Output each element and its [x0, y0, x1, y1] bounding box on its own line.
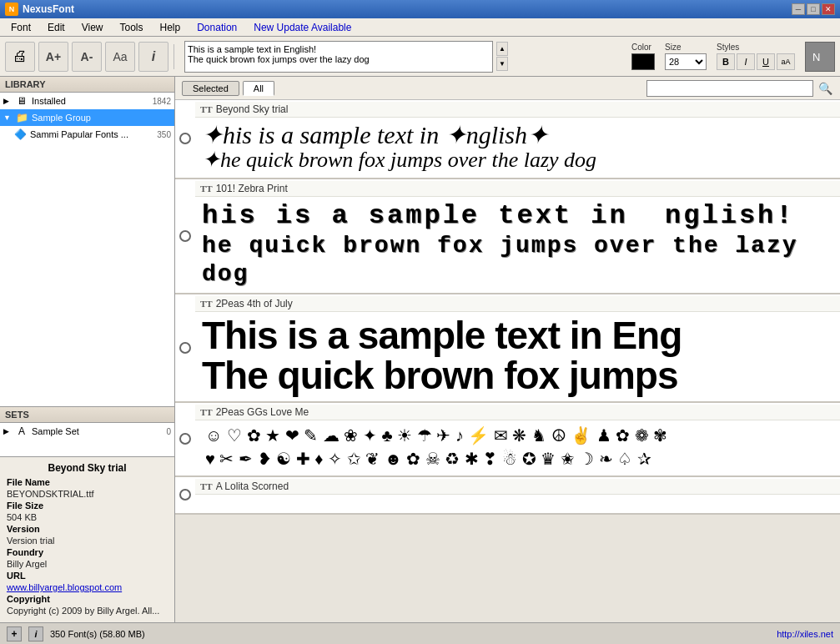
- bold-button[interactable]: B: [717, 53, 735, 70]
- sample-text-input[interactable]: This is a sample text in English! The qu…: [184, 41, 493, 73]
- font-view-button[interactable]: Aa: [105, 42, 135, 72]
- menu-help[interactable]: Help: [153, 19, 189, 36]
- sample-set-icon: A: [15, 425, 28, 438]
- symbols-row-1-ggsloveme: ☺ ♡ ✿ ★ ❤ ✎ ☁ ❀ ✦ ♣ ☀ ☂ ✈ ♪ ⚡ ✉ ❋ ♞ ☮ ✌ …: [202, 424, 833, 447]
- status-url[interactable]: http://xiles.net: [777, 629, 833, 639]
- version-key: Version: [7, 524, 40, 534]
- preview-line2-zebra: he quick brown fox jumps over the lazy d…: [202, 232, 833, 288]
- radio-circle-lolita[interactable]: [179, 489, 191, 501]
- print-button[interactable]: 🖨: [5, 42, 35, 72]
- preview-line1-4thofjuly: This is a sample text in Eng: [202, 315, 833, 355]
- sample-text-scroll: ▲ ▼: [496, 42, 508, 71]
- installed-icon: 🖥: [15, 94, 28, 108]
- font-entry-beyond-sky: TT Beyond Sky trial ✦his is a sample tex…: [175, 100, 840, 179]
- underline-button[interactable]: U: [757, 53, 775, 70]
- nexusfont-logo-button[interactable]: N: [805, 42, 835, 72]
- file-name-val: BEYONDSKTRIAL.ttf: [7, 489, 94, 499]
- menu-tools[interactable]: Tools: [113, 19, 151, 36]
- size-select[interactable]: 28 8101214 16182024 3236486072: [665, 53, 707, 70]
- styles-label: Styles: [717, 43, 739, 52]
- font-radio-zebra[interactable]: [175, 179, 195, 294]
- tree-item-sample-set[interactable]: ▶ A Sample Set 0: [0, 423, 174, 440]
- radio-circle-beyond-sky[interactable]: [179, 133, 191, 144]
- font-preview-ggsloveme: ☺ ♡ ✿ ★ ❤ ✎ ☁ ❀ ✦ ♣ ☀ ☂ ✈ ♪ ⚡ ✉ ❋ ♞ ☮ ✌ …: [195, 420, 840, 474]
- minimize-button[interactable]: ─: [792, 3, 805, 15]
- svg-text:N: N: [812, 51, 820, 63]
- font-content-ggsloveme: TT 2Peas GGs Love Me ☺ ♡ ✿ ★ ❤ ✎ ☁ ❀ ✦ ♣…: [195, 403, 840, 475]
- status-add-button[interactable]: +: [7, 626, 22, 641]
- sammi-label: Sammi Papular Fonts ...: [30, 129, 153, 139]
- size-section: Size 28 8101214 16182024 3236486072: [665, 43, 707, 70]
- color-picker[interactable]: [631, 53, 655, 70]
- font-content-beyond-sky: TT Beyond Sky trial ✦his is a sample tex…: [195, 100, 840, 178]
- version-val: Version trial: [7, 536, 54, 546]
- font-content-4thofjuly: TT 2Peas 4th of July This is a sample te…: [195, 294, 840, 401]
- font-radio-beyond-sky[interactable]: [175, 100, 195, 178]
- font-name-lolita[interactable]: A Lolita Scorned: [216, 480, 289, 492]
- aa-button[interactable]: aA: [777, 53, 795, 70]
- menu-view[interactable]: View: [74, 19, 111, 36]
- status-info-button[interactable]: i: [28, 626, 43, 641]
- font-view-icon: Aa: [113, 50, 127, 63]
- font-header-beyond-sky: TT Beyond Sky trial: [195, 102, 840, 118]
- radio-circle-zebra[interactable]: [179, 230, 191, 242]
- font-name-beyond-sky[interactable]: Beyond Sky trial: [216, 103, 289, 115]
- preview-line2-beyond-sky: ✦he quick brown fox jumps over the lazy …: [202, 148, 833, 173]
- italic-button[interactable]: I: [737, 53, 755, 70]
- installed-count: 1842: [153, 97, 171, 106]
- menu-donation[interactable]: Donation: [189, 19, 244, 36]
- app-icon: N: [5, 3, 18, 16]
- font-radio-ggsloveme[interactable]: [175, 403, 195, 475]
- search-icon: 🔍: [818, 82, 832, 95]
- tab-all[interactable]: All: [243, 81, 274, 96]
- menu-bar: Font Edit View Tools Help Donation New U…: [0, 18, 840, 37]
- expand-sample-group-icon: ▼: [3, 113, 12, 122]
- font-name-zebra[interactable]: 101! Zebra Print: [216, 183, 288, 194]
- font-name-ggsloveme[interactable]: 2Peas GGs Love Me: [216, 406, 309, 418]
- expand-sample-set-icon: ▶: [3, 427, 12, 435]
- menu-font[interactable]: Font: [3, 19, 38, 36]
- tab-selected[interactable]: Selected: [182, 81, 239, 96]
- color-label: Color: [631, 43, 651, 52]
- url-key: URL: [7, 571, 26, 581]
- search-input[interactable]: [646, 80, 813, 97]
- installed-label: Installed: [32, 96, 149, 106]
- font-entry-4thofjuly: TT 2Peas 4th of July This is a sample te…: [175, 294, 840, 403]
- menu-edit[interactable]: Edit: [40, 19, 73, 36]
- close-button[interactable]: ✕: [822, 3, 835, 15]
- status-bar: + i 350 Font(s) (58.80 MB) http://xiles.…: [0, 622, 840, 644]
- radio-circle-4thofjuly[interactable]: [179, 342, 191, 354]
- nexusfont-logo-icon: N: [810, 47, 830, 67]
- print-icon: 🖨: [13, 48, 28, 65]
- font-header-zebra: TT 101! Zebra Print: [195, 181, 840, 197]
- scroll-up-button[interactable]: ▲: [496, 42, 508, 56]
- tree-item-sammi[interactable]: 🔷 Sammi Papular Fonts ... 350: [0, 126, 174, 143]
- tree-item-installed[interactable]: ▶ 🖥 Installed 1842: [0, 93, 174, 109]
- font-radio-4thofjuly[interactable]: [175, 294, 195, 401]
- sample-set-count: 0: [166, 427, 171, 436]
- menu-update[interactable]: New Update Available: [246, 19, 359, 36]
- add-library-button[interactable]: A+: [38, 42, 68, 72]
- foundry-key: Foundry: [7, 547, 43, 557]
- font-entry-ggsloveme: TT 2Peas GGs Love Me ☺ ♡ ✿ ★ ❤ ✎ ☁ ❀ ✦ ♣…: [175, 403, 840, 477]
- maximize-button[interactable]: □: [807, 3, 820, 15]
- tree-item-sample-group[interactable]: ▼ 📁 Sample Group: [0, 109, 174, 126]
- app-title: NexusFont: [23, 3, 74, 15]
- info-button[interactable]: i: [138, 42, 169, 72]
- search-button[interactable]: 🔍: [817, 80, 833, 97]
- styles-section: Styles B I U aA: [717, 43, 795, 70]
- scroll-down-button[interactable]: ▼: [496, 57, 508, 71]
- font-content-zebra: TT 101! Zebra Print his is a sample text…: [195, 179, 840, 294]
- url-link[interactable]: www.billyargel.blogspot.com: [7, 582, 122, 592]
- font-radio-lolita[interactable]: [175, 477, 195, 513]
- font-preview-zebra: his is a sample text in nglish! he quick…: [195, 197, 840, 292]
- font-name-4thofjuly[interactable]: 2Peas 4th of July: [216, 298, 293, 309]
- font-entry-lolita: TT A Lolita Scorned: [175, 477, 840, 515]
- remove-library-button[interactable]: A-: [72, 42, 102, 72]
- font-info-panel: Beyond Sky trial File Name BEYONDSKTRIAL…: [0, 456, 174, 622]
- file-name-key: File Name: [7, 477, 50, 487]
- font-header-ggsloveme: TT 2Peas GGs Love Me: [195, 405, 840, 420]
- file-size-key: File Size: [7, 501, 43, 511]
- font-content-lolita: TT A Lolita Scorned: [195, 477, 840, 513]
- radio-circle-ggsloveme[interactable]: [179, 433, 191, 445]
